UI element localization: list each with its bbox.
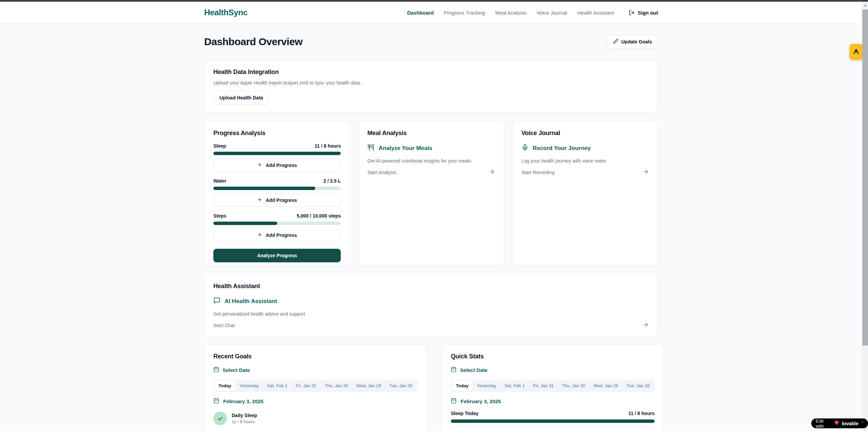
- start-analysis-action[interactable]: Start Analysis: [367, 169, 495, 176]
- date-tab-thu-jan-30[interactable]: Thu, Jan 30: [321, 380, 352, 391]
- nav-voice-journal[interactable]: Voice Journal: [536, 10, 567, 16]
- app-header: HealthSync Dashboard Progress Tracking M…: [0, 2, 862, 24]
- plus-icon: [257, 197, 262, 203]
- add-progress-steps-button[interactable]: Add Progress: [213, 229, 341, 242]
- nav-dashboard[interactable]: Dashboard: [407, 10, 433, 16]
- select-date-button[interactable]: Select Date: [451, 367, 655, 373]
- date-tab-thu-jan-30[interactable]: Thu, Jan 30: [558, 380, 589, 391]
- microphone-icon: [521, 144, 529, 153]
- metric-label: Steps: [213, 213, 226, 219]
- scrollbar-thumb[interactable]: [862, 10, 868, 345]
- arrow-right-icon: [643, 322, 649, 329]
- integration-description: Upload your Apple Health export (export.…: [213, 80, 649, 86]
- integration-title: Health Data Integration: [213, 69, 649, 76]
- progress-bar-fill: [451, 419, 655, 423]
- main-nav: Dashboard Progress Tracking Meal Analysi…: [407, 10, 658, 16]
- date-tab-yesterday[interactable]: Yesterday: [473, 380, 500, 391]
- app-logo: HealthSync: [204, 8, 248, 17]
- metric-water: Water 2 / 2.5 L Add Progress: [213, 178, 341, 207]
- update-goals-button[interactable]: Update Goals: [607, 35, 658, 49]
- add-progress-water-button[interactable]: Add Progress: [213, 194, 341, 207]
- health-data-integration-card: Health Data Integration Upload your Appl…: [204, 60, 658, 113]
- pencil-icon: [613, 39, 618, 45]
- selected-date[interactable]: February 3, 2025: [451, 398, 655, 405]
- edit-with-lovable-badge[interactable]: Edit with lovable ×: [811, 418, 868, 428]
- voice-description: Log your health journey with voice notes: [521, 158, 649, 164]
- plus-icon: [257, 232, 262, 238]
- recent-goals-card: Recent Goals Select Date Today Yesterday…: [204, 344, 427, 431]
- start-chat-action[interactable]: Start Chat: [213, 322, 649, 329]
- assistant-title: Health Assistant: [213, 283, 649, 290]
- analyze-your-meals-link[interactable]: Analyze Your Meals: [367, 144, 495, 153]
- page-title: Dashboard Overview: [204, 36, 302, 48]
- a-logo-icon: [852, 48, 860, 56]
- nav-meal-analysis[interactable]: Meal Analysis: [495, 10, 527, 16]
- date-tab-wed-jan-29[interactable]: Wed, Jan 29: [352, 380, 385, 391]
- record-your-journey-link[interactable]: Record Your Journey: [521, 144, 649, 153]
- utensils-icon: [367, 144, 374, 153]
- goal-item-daily-sleep: Daily Sleep 11 / 8 hours: [213, 412, 418, 425]
- nav-progress-tracking[interactable]: Progress Tracking: [444, 10, 485, 16]
- select-date-button[interactable]: Select Date: [213, 367, 418, 373]
- nav-health-assistant[interactable]: Health Assistant: [577, 10, 614, 16]
- metric-label: Water: [213, 178, 226, 184]
- upload-health-data-button[interactable]: Upload Health Data: [213, 91, 269, 105]
- assistant-description: Get personalized health advice and suppo…: [213, 311, 649, 317]
- ai-health-assistant-link[interactable]: AI Health Assistant: [213, 297, 649, 306]
- calendar-icon: [451, 367, 457, 373]
- metric-value: 2 / 2.5 L: [323, 178, 341, 184]
- progress-bar: [213, 187, 341, 190]
- floating-widget-button[interactable]: [849, 44, 863, 60]
- date-tab-wed-jan-29[interactable]: Wed, Jan 29: [589, 380, 622, 391]
- date-tab-yesterday[interactable]: Yesterday: [235, 380, 263, 391]
- meal-analysis-card: Meal Analysis Analyze Your Meals Get AI-…: [358, 121, 504, 266]
- check-circle-icon: [213, 412, 227, 425]
- metric-value: 5,000 / 10,000 steps: [297, 213, 341, 219]
- close-icon[interactable]: ×: [862, 420, 864, 424]
- date-tab-fri-jan-31[interactable]: Fri, Jan 31: [529, 380, 558, 391]
- arrow-right-icon: [643, 169, 649, 176]
- date-tab-tue-jan-28[interactable]: Tue, Jan 28: [385, 380, 417, 391]
- heart-icon: [834, 420, 839, 427]
- goal-value: 11 / 8 hours: [232, 419, 257, 424]
- health-assistant-card: Health Assistant AI Health Assistant Get…: [204, 274, 658, 337]
- arrow-right-icon: [489, 169, 495, 176]
- calendar-icon: [451, 398, 457, 405]
- calendar-icon: [213, 398, 219, 405]
- add-progress-button[interactable]: Add Progress: [451, 427, 655, 431]
- goal-name: Daily Sleep: [232, 413, 257, 418]
- voice-title: Voice Journal: [521, 130, 649, 137]
- date-tab-today[interactable]: Today: [214, 380, 235, 391]
- recent-goals-title: Recent Goals: [213, 353, 418, 360]
- progress-bar: [451, 419, 655, 423]
- meal-title: Meal Analysis: [367, 130, 495, 137]
- start-recording-action[interactable]: Start Recording: [521, 169, 649, 176]
- date-tab-today[interactable]: Today: [452, 380, 473, 391]
- date-tab-sat-feb-1[interactable]: Sat, Feb 1: [263, 380, 291, 391]
- log-out-icon: [629, 10, 635, 16]
- quick-stats-title: Quick Stats: [451, 353, 655, 360]
- scroll-up-arrow[interactable]: [862, 2, 868, 8]
- progress-bar-fill: [213, 222, 277, 225]
- plus-icon: [257, 162, 262, 168]
- progress-bar: [213, 222, 341, 225]
- metric-value: 11 / 8 hours: [315, 143, 341, 149]
- date-tab-sat-feb-1[interactable]: Sat, Feb 1: [500, 380, 529, 391]
- vertical-scrollbar[interactable]: [862, 2, 868, 431]
- date-tab-tue-jan-28[interactable]: Tue, Jan 28: [622, 380, 654, 391]
- analyze-progress-button[interactable]: Analyze Progress: [213, 249, 341, 262]
- metric-sleep: Sleep 11 / 8 hours Add Progress: [213, 143, 341, 172]
- add-progress-sleep-button[interactable]: Add Progress: [213, 159, 341, 172]
- selected-date[interactable]: February 3, 2025: [213, 398, 418, 405]
- date-tabs: Today Yesterday Sat, Feb 1 Fri, Jan 31 T…: [213, 379, 418, 392]
- metric-label: Sleep: [213, 143, 226, 149]
- stat-value: 11 / 8 hours: [628, 411, 655, 416]
- quick-stats-card: Quick Stats Select Date Today Yesterday …: [442, 344, 664, 431]
- chat-bubble-icon: [213, 297, 220, 306]
- progress-bar: [213, 152, 341, 155]
- stat-label: Sleep Today: [451, 411, 478, 416]
- date-tab-fri-jan-31[interactable]: Fri, Jan 31: [291, 380, 321, 391]
- sign-out-button[interactable]: Sign out: [629, 10, 658, 16]
- metric-steps: Steps 5,000 / 10,000 steps Add Progress: [213, 213, 341, 242]
- progress-analysis-card: Progress Analysis Sleep 11 / 8 hours Add…: [204, 121, 350, 266]
